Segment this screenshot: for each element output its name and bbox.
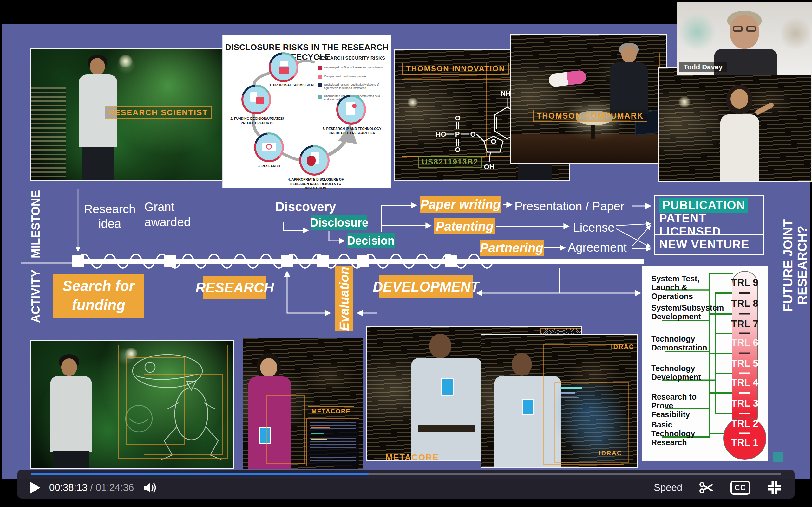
light-glow — [678, 97, 691, 107]
trl-level: TRL 7 — [731, 319, 758, 330]
play-button[interactable] — [30, 482, 40, 494]
arm-gesture — [754, 102, 774, 116]
milestone-disclosure: Disclosure — [311, 215, 367, 230]
milestone-grant-awarded: Grant awarded — [144, 200, 200, 230]
atom-oh: OH — [484, 163, 495, 171]
trl-range-label: Technology Development — [651, 364, 714, 382]
metacore-label-large: METACORE — [382, 452, 442, 464]
time-display: 00:38:13 / 01:24:36 — [49, 482, 134, 493]
step-label: 5. RESEARCH IP AND TECHNOLOGY CREDITED T… — [321, 127, 383, 135]
activity-development: DEVELOPMENT — [379, 275, 473, 298]
closed-captions-button[interactable]: CC — [730, 481, 750, 495]
clip-scissors-icon[interactable] — [699, 481, 714, 494]
axis-milestone-label: MILESTONE — [29, 189, 44, 259]
light-glow — [118, 55, 133, 67]
video-thomson-compumark — [510, 34, 667, 164]
idrac-label-bottom: IDRAC — [596, 449, 625, 458]
activity-evaluation: Evaluation — [335, 266, 353, 331]
step-label: 2. FUNDING DECISION/UPDATES/ PROJECT REP… — [228, 117, 287, 125]
activity-paper-writing: Paper writing — [420, 196, 502, 213]
trl-range-label: Basic Technology Research — [651, 420, 714, 447]
milestone-agreement: Agreement — [568, 241, 631, 255]
milestone-license: License — [571, 221, 616, 234]
activity-research: RESEARCH — [203, 276, 266, 299]
id-badge — [522, 399, 534, 415]
trl-range-label: System Test, Launch & Operations — [651, 274, 714, 301]
milestone-presentation-paper: Presentation / Paper — [514, 200, 631, 213]
time-separator: / — [88, 482, 96, 493]
thomson-compumark-label: THOMSON COMPUMARK — [533, 110, 647, 122]
teal-chip — [773, 452, 783, 462]
atom-ho: HO — [436, 130, 446, 138]
video-woman-presenter — [658, 67, 812, 182]
atom-o: O — [470, 130, 475, 138]
current-time: 00:38:13 — [49, 482, 88, 493]
trl-level: TRL 1 — [731, 437, 758, 448]
milestone-research-idea: Research idea — [81, 202, 139, 231]
trl-range-label: Technology Demonstration — [651, 334, 714, 352]
boardwalk-rails — [31, 87, 66, 181]
atom-p: P — [455, 130, 460, 138]
trl-level: TRL 5 — [731, 358, 758, 369]
progress-fill — [31, 473, 368, 475]
video-idrac-man — [480, 334, 638, 468]
outcome-patent-licensed: PATENT LICENSED — [654, 215, 764, 235]
activity-search-funding: Search for funding — [53, 274, 144, 318]
step-circle-ip — [336, 95, 366, 124]
activity-partnering: Partnering — [479, 239, 544, 256]
lamp-stem — [591, 124, 595, 139]
step-circle-funding — [241, 84, 271, 114]
step-label: 4. APPROPRIATE DISCLOSURE OF RESEARCH DA… — [282, 177, 350, 190]
metacore-label-small: METACORE — [308, 406, 354, 416]
trl-level: TRL 8 — [731, 298, 758, 309]
data-panel-outline — [266, 395, 305, 464]
atom-o: O — [491, 137, 496, 146]
participant-name-label: Todd Davey — [679, 62, 727, 72]
step-circle-disclosure — [299, 145, 329, 176]
data-panel — [306, 418, 359, 466]
trl-level: TRL 3 — [731, 398, 758, 409]
wall-art — [680, 11, 715, 53]
step-circle-research — [254, 132, 284, 162]
overlay-rect — [126, 357, 185, 445]
trl-range-label: System/Subsystem Development — [651, 303, 714, 321]
progress-bar[interactable] — [31, 473, 781, 475]
id-badge — [441, 378, 454, 396]
milestone-discovery: Discovery — [275, 200, 345, 214]
wall-art — [781, 14, 810, 53]
trl-range-label: Research to Prove Feasibility — [651, 392, 714, 419]
player-control-bar: 00:38:13 / 01:24:36 Speed CC — [17, 469, 795, 499]
research-scientist-label: RESEARCH SCIENTIST — [105, 107, 212, 119]
step-label: 1. PROPOSAL SUBMISSION — [264, 83, 318, 88]
webcam-todd-davey: Todd Davey — [676, 2, 812, 75]
trl-panel: TRL 9 TRL 8 TRL 7 TRL 6 TRL 5 TRL 4 TRL … — [642, 266, 768, 461]
thomson-innovation-label: THOMSON INNOVATION — [402, 63, 509, 75]
video-player-surface[interactable]: RESEARCH SCIENTIST DISCLOSURE RISKS IN T… — [0, 0, 812, 507]
milestone-decision: Decision — [347, 233, 395, 248]
trl-level: TRL 9 — [731, 277, 758, 288]
patent-number-label: US8211913B2 — [418, 156, 482, 168]
axis-activity-label: ACTIVITY — [29, 266, 44, 326]
outcome-boxes: PUBLICATION PATENT LICENSED NEW VENTURE — [654, 195, 764, 255]
speed-button[interactable]: Speed — [654, 482, 682, 493]
step-label: 3. RESEARCH — [250, 164, 288, 169]
belt — [418, 425, 475, 432]
video-metacore-woman — [243, 338, 362, 469]
atom-o: O — [455, 146, 460, 154]
desk — [511, 134, 666, 164]
glasses-icon — [746, 26, 756, 32]
future-joint-research-label: FUTURE JOINT RESEARCH? — [781, 189, 798, 342]
activity-patenting: Patenting — [434, 218, 495, 234]
volume-icon[interactable] — [143, 481, 157, 494]
video-jungle-wireframes — [30, 340, 234, 469]
trl-level: TRL 6 — [731, 337, 758, 348]
exit-fullscreen-icon[interactable] — [767, 480, 782, 495]
disclosure-lifecycle-panel: DISCLOSURE RISKS IN THE RESEARCH LIFECYC… — [223, 36, 391, 188]
idrac-label-top: IDRAC — [608, 342, 637, 351]
trl-level: TRL 4 — [731, 377, 758, 388]
total-time: 01:24:36 — [96, 482, 134, 493]
glasses-icon — [733, 26, 743, 32]
overlay-rect — [543, 344, 624, 464]
trl-level: TRL 2 — [731, 418, 758, 429]
atom-o: O — [455, 114, 460, 122]
